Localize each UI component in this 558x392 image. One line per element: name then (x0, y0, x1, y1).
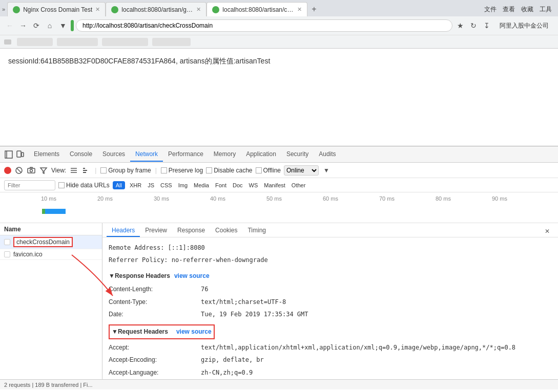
timeline-chart (0, 205, 558, 223)
group-by-frame-label[interactable]: Group by frame (100, 167, 151, 174)
filter-font[interactable]: Font (214, 182, 228, 189)
tab-2-title: localhost:8080/artisan/getVa (121, 6, 193, 13)
tab-1-close[interactable]: ✕ (95, 6, 100, 13)
detail-content: Remote Address: [::1]:8080 Referrer Poli… (102, 237, 558, 379)
download-btn[interactable]: ↧ (481, 20, 492, 31)
bookmark-3[interactable] (102, 38, 148, 46)
filter-img[interactable]: Img (177, 182, 189, 189)
filter-ws[interactable]: WS (247, 182, 260, 189)
clear-btn[interactable] (14, 166, 24, 175)
tab-audits[interactable]: Audits (314, 147, 341, 162)
record-btn[interactable] (4, 167, 11, 174)
offline-label[interactable]: Offline (256, 167, 281, 174)
filter-css[interactable]: CSS (159, 182, 174, 189)
menu-bookmarks[interactable]: 收藏 (521, 5, 533, 14)
disable-cache-checkbox[interactable] (206, 167, 212, 173)
address-input[interactable] (76, 19, 452, 32)
tab-1-favicon (13, 6, 20, 13)
waterfall-view-btn[interactable] (81, 166, 91, 175)
bookmark-star[interactable]: ★ (454, 20, 466, 31)
menu-file[interactable]: 文件 (484, 5, 497, 14)
inspect-icon[interactable] (4, 150, 13, 159)
detail-tab-preview[interactable]: Preview (140, 225, 172, 237)
accept-name: Accept: (109, 342, 201, 353)
tab-performance[interactable]: Performance (163, 147, 209, 162)
browser-chrome: » Nginx Cross Domain Test ✕ localhost:80… (0, 0, 558, 49)
hide-data-urls-checkbox[interactable] (58, 182, 65, 188)
tab-3[interactable]: localhost:8080/artisan/check ✕ (206, 2, 307, 16)
tab-memory[interactable]: Memory (209, 147, 241, 162)
request-view-source[interactable]: view source (176, 326, 212, 337)
filter-js[interactable]: JS (146, 182, 156, 189)
accept-encoding-row: Accept-Encoding: gzip, deflate, br (109, 354, 552, 366)
detail-tab-response[interactable]: Response (172, 225, 210, 237)
bookmark-4[interactable] (152, 38, 191, 46)
network-item-2[interactable]: favicon.ico (0, 249, 102, 260)
list-view-btn[interactable] (69, 166, 78, 175)
timeline-label-50: 50 ms (266, 195, 282, 202)
filter-input[interactable] (4, 180, 55, 190)
svg-rect-13 (83, 172, 86, 173)
tab-bar: » Nginx Cross Domain Test ✕ localhost:80… (0, 0, 558, 16)
accept-encoding-name: Accept-Encoding: (109, 355, 201, 365)
response-headers-label: ▼Response Headers (109, 271, 170, 281)
timeline-label-60: 60 ms (323, 195, 338, 202)
date-name: Date: (109, 309, 201, 319)
remote-address-row: Remote Address: [::1]:8080 (109, 242, 552, 254)
network-toolbar: View: | Group by frame | Preserve log Di… (0, 163, 558, 178)
group-by-frame-checkbox[interactable] (100, 167, 107, 173)
detail-close-btn[interactable]: ✕ (541, 226, 554, 237)
preserve-log-checkbox[interactable] (161, 167, 167, 173)
refresh-page-btn[interactable]: ↻ (468, 20, 479, 31)
filter-row: Hide data URLs All XHR JS CSS Img Media … (0, 178, 558, 192)
tab-3-favicon (212, 6, 219, 13)
tab-console[interactable]: Console (65, 147, 97, 162)
network-item-1[interactable]: checkCrossDomain (0, 235, 102, 249)
tab-2-close[interactable]: ✕ (196, 6, 201, 13)
item-2-icon (4, 251, 10, 257)
bookmark-2[interactable] (57, 38, 98, 46)
filter-xhr[interactable]: XHR (128, 182, 143, 189)
back-btn[interactable]: ← (4, 20, 15, 31)
home-btn[interactable]: ⌂ (44, 20, 55, 31)
new-tab-btn[interactable]: + (307, 3, 320, 16)
menu-view[interactable]: 查看 (503, 5, 515, 14)
disable-cache-label[interactable]: Disable cache (206, 167, 252, 174)
tab-sources[interactable]: Sources (97, 147, 130, 162)
bookmark-icon-1 (4, 39, 11, 45)
tab-application[interactable]: Application (241, 147, 281, 162)
tab-3-close[interactable]: ✕ (297, 6, 302, 13)
tab-network[interactable]: Network (130, 147, 163, 162)
page-text: sessionId:641B858BB32F0D80CFAE8874531FA8… (8, 57, 550, 66)
response-view-source[interactable]: view source (174, 271, 210, 281)
bookmark-1[interactable] (17, 38, 53, 46)
preserve-log-label[interactable]: Preserve log (161, 167, 203, 174)
menu-tools[interactable]: 工具 (540, 5, 552, 14)
hide-data-urls-label[interactable]: Hide data URLs (58, 182, 110, 189)
filter-icon[interactable] (39, 166, 48, 175)
filter-media[interactable]: Media (192, 182, 211, 189)
refresh-btn[interactable]: ⟳ (31, 20, 42, 31)
tab-elements[interactable]: Elements (29, 147, 65, 162)
tab-security[interactable]: Security (281, 147, 314, 162)
tab-2[interactable]: localhost:8080/artisan/getVa ✕ (106, 2, 206, 16)
device-icon[interactable] (15, 150, 25, 159)
tab-overflow-btn[interactable]: » (2, 6, 5, 12)
filter-all-btn[interactable]: All (113, 181, 125, 189)
ali-btn[interactable]: 阿里入股中金公司 (494, 20, 554, 31)
detail-tab-headers[interactable]: Headers (107, 225, 140, 237)
offline-checkbox[interactable] (256, 167, 262, 173)
filter-other[interactable]: Other (290, 182, 307, 189)
camera-icon[interactable] (27, 166, 36, 175)
detail-tab-timing[interactable]: Timing (242, 225, 271, 237)
forward-btn[interactable]: → (17, 20, 29, 31)
tab-1[interactable]: Nginx Cross Domain Test ✕ (7, 2, 106, 16)
filter-manifest[interactable]: Manifest (262, 182, 287, 189)
throttle-settings-icon[interactable]: ▼ (322, 166, 331, 175)
detail-tab-cookies[interactable]: Cookies (210, 225, 242, 237)
filter-doc[interactable]: Doc (231, 182, 244, 189)
throttle-select[interactable]: Online Fast 3G Slow 3G (284, 165, 319, 176)
timeline: 10 ms 20 ms 30 ms 40 ms 50 ms 60 ms 70 m… (0, 192, 558, 223)
history-btn[interactable]: ▼ (57, 20, 69, 31)
address-bar: ← → ⟳ ⌂ ▼ ★ ↻ ↧ 阿里入股中金公司 (0, 16, 558, 35)
